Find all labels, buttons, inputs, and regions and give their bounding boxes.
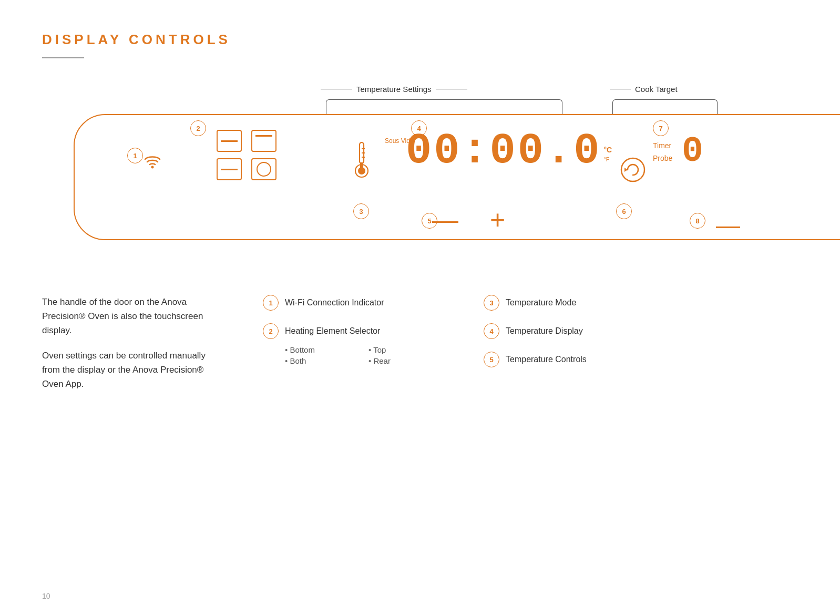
legend-badge-1: 1 [263,295,279,311]
replay-icon-area [620,157,646,184]
panel-inner: 1 2 [75,115,840,239]
temp-settings-label: Temperature Settings [321,85,467,94]
legend-item-5: 5 Temperature Controls [484,352,662,367]
badge-8: 8 [690,213,705,229]
heating-btn-topleft[interactable] [217,130,242,152]
heating-btn-bottomright[interactable] [251,158,276,180]
sublist-item-bottom: Bottom [285,345,358,354]
legend-text-3: Temperature Mode [506,298,576,307]
legend-text-5: Temperature Controls [506,355,587,364]
heating-btn-bottomleft[interactable] [217,158,242,180]
temp-settings-bracket [326,99,562,114]
legend-column-1: 1 Wi-Fi Connection Indicator 2 Heating E… [263,295,442,402]
legend-item-3: 3 Temperature Mode [484,295,662,311]
btn-line-indicator [221,140,238,142]
sublist-item-top: Top [368,345,442,354]
wifi-indicator [143,153,162,174]
btn-circle-indicator [257,162,271,177]
oven-panel: 1 2 [74,114,840,240]
replay-icon [620,157,646,182]
sublist-item-rear: Rear [368,356,442,365]
wifi-icon [143,153,162,172]
segment-display-value: 00:00.0 [406,130,601,173]
diagram-area: Temperature Settings Cook Target 1 [42,85,798,263]
temperature-mode-icon [353,141,370,180]
badge-3: 3 [353,203,369,219]
title-underline [42,57,84,58]
badge-1: 1 [127,148,143,163]
legend-badge-4: 4 [484,323,499,339]
heating-element-selector [217,130,276,187]
button-row-top [217,130,276,152]
button-row-bottom [217,158,276,180]
timer-display: 0 [682,131,703,171]
legend-badge-3: 3 [484,295,499,311]
badge-7: 7 [653,120,669,136]
legend-item-2: 2 Heating Element Selector [263,323,442,339]
legend-item-4: 4 Temperature Display [484,323,662,339]
svg-point-0 [151,166,154,169]
page: DISPLAY CONTROLS Temperature Settings Co… [0,0,840,616]
cook-target-label: Cook Target [610,85,678,94]
legend-text-2: Heating Element Selector [285,326,380,336]
legend-column-2: 3 Temperature Mode 4 Temperature Display… [484,295,662,402]
btn-line-top-indicator [255,135,272,137]
timer-probe-labels: Timer Probe [653,141,672,167]
btn-line-bottom-indicator [221,169,238,170]
description-para2: Oven settings can be controlled manually… [42,348,221,392]
thermometer-icon [353,141,370,178]
timer-seg-value: 0 [682,131,703,171]
page-number: 10 [42,592,50,600]
plus-button[interactable]: + [490,204,505,235]
legend-item-1: 1 Wi-Fi Connection Indicator [263,295,442,311]
minus-button[interactable]: — [432,204,458,235]
cook-target-bracket [612,99,718,114]
legend-badge-5: 5 [484,352,499,367]
description-column: The handle of the door on the Anova Prec… [42,295,221,402]
heating-btn-topright[interactable] [251,130,276,152]
badge-6: 6 [616,203,632,219]
legend-badge-2: 2 [263,323,279,339]
probe-minus-button[interactable]: — [716,211,740,239]
description-para1: The handle of the door on the Anova Prec… [42,295,221,338]
legend-text-4: Temperature Display [506,326,583,336]
heating-selector-sublist: Bottom Top Both Rear [285,345,442,365]
legend-text-1: Wi-Fi Connection Indicator [285,298,384,307]
timer-label: Timer [653,141,672,150]
degree-unit: °C °F [603,146,612,162]
badge-2: 2 [190,120,206,136]
bottom-content: The handle of the door on the Anova Prec… [42,295,798,402]
temperature-controls: — + [432,204,505,235]
svg-point-7 [358,167,365,174]
probe-label: Probe [653,154,672,162]
sublist-item-both: Both [285,356,358,365]
page-title: DISPLAY CONTROLS [42,32,798,48]
temperature-display: 00:00.0 °C °F [406,130,612,173]
